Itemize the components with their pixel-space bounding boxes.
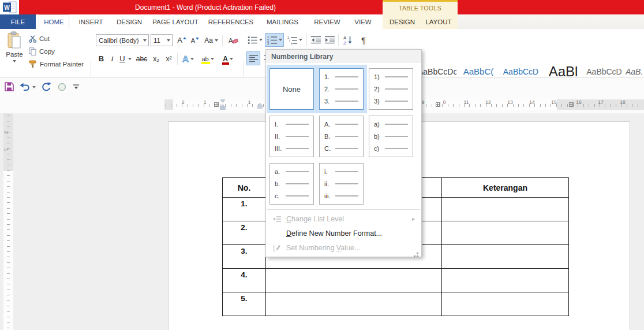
- save-button[interactable]: [5, 82, 14, 91]
- superscript-button[interactable]: x²: [163, 53, 174, 65]
- menu-item-set-numbering-value[interactable]: 1 2 3 Set Numbering Value...: [267, 240, 421, 255]
- ruler-number: 1: [3, 149, 9, 151]
- numbering-option-lower-roman[interactable]: i. ii. iii.: [319, 163, 364, 205]
- paste-button[interactable]: Paste: [1, 31, 28, 76]
- italic-button[interactable]: I: [108, 53, 116, 65]
- numbering-option-lower-alpha-paren[interactable]: a) b) c): [369, 116, 413, 157]
- copy-button[interactable]: Copy: [29, 46, 55, 57]
- align-left-button[interactable]: [246, 51, 260, 65]
- row-number-cell[interactable]: 4.: [223, 269, 266, 292]
- strikethrough-button[interactable]: abc: [134, 53, 149, 65]
- text-effects-button[interactable]: A: [181, 53, 196, 65]
- menu-resize-grip[interactable]: [417, 253, 418, 254]
- customize-qat-button[interactable]: [73, 84, 79, 90]
- left-indent-marker[interactable]: [220, 107, 226, 110]
- menu-item-label: Define New Number Format...: [286, 229, 382, 238]
- ruler-number: 2: [182, 99, 185, 105]
- table-column-marker-icon[interactable]: [214, 102, 219, 107]
- numbering-option-decimal-paren[interactable]: 1) 2) 3): [369, 68, 413, 110]
- cut-button[interactable]: Cut: [29, 34, 50, 44]
- table-cell[interactable]: [442, 292, 569, 316]
- ruler-number: 0: [443, 99, 446, 105]
- redo-button[interactable]: [42, 82, 51, 91]
- highlight-glyph: ab: [201, 55, 208, 62]
- cut-label: Cut: [39, 35, 50, 42]
- row-number-cell[interactable]: 3.: [223, 245, 266, 269]
- menu-item-label: Change List Level: [286, 215, 344, 223]
- table-tools-caption: TABLE TOOLS: [383, 0, 458, 14]
- copy-label: Copy: [39, 48, 55, 55]
- multilevel-list-button[interactable]: 1ia: [286, 33, 304, 47]
- font-name-combo[interactable]: Calibri (Body): [96, 34, 149, 46]
- table-cell[interactable]: [266, 292, 442, 316]
- ruler-number: 16: [576, 99, 581, 105]
- shrink-font-caret-icon: [196, 38, 199, 40]
- underline-dropdown-arrow[interactable]: [127, 53, 132, 65]
- show-formatting-button[interactable]: ¶: [357, 33, 370, 47]
- header-cell-no[interactable]: No.: [223, 178, 266, 198]
- change-case-button[interactable]: Aa: [203, 34, 219, 46]
- first-line-indent-marker[interactable]: [220, 99, 226, 103]
- table-cell[interactable]: [442, 198, 569, 221]
- change-list-level-icon: [271, 216, 283, 223]
- multilevel-dropdown-arrow: [299, 39, 302, 41]
- bold-button[interactable]: B: [96, 53, 106, 65]
- circle-button[interactable]: [58, 83, 66, 91]
- shrink-font-button[interactable]: A: [189, 34, 201, 46]
- grow-font-button[interactable]: A: [175, 34, 188, 46]
- numbering-button[interactable]: 123: [265, 33, 284, 47]
- clear-formatting-button[interactable]: A: [226, 34, 240, 46]
- underline-button[interactable]: U: [118, 53, 126, 65]
- highlight-color-button[interactable]: ab: [199, 53, 216, 65]
- submenu-arrow-icon: ▸: [412, 216, 415, 222]
- row-number-cell[interactable]: 2.: [223, 221, 266, 245]
- tab-table-layout[interactable]: LAYOUT: [422, 14, 455, 29]
- numbering-option-upper-roman[interactable]: I. II. III.: [269, 116, 314, 157]
- undo-button[interactable]: [20, 83, 36, 91]
- tab-file[interactable]: FILE: [0, 14, 36, 29]
- table-column-marker-icon[interactable]: [569, 102, 574, 107]
- numbering-option-decimal-period[interactable]: 1. 2. 3.: [319, 68, 364, 110]
- table-cell[interactable]: [442, 245, 569, 269]
- font-name-value: Calibri (Body): [96, 37, 143, 44]
- row-number-cell[interactable]: 5.: [223, 292, 266, 316]
- table-cell[interactable]: [442, 269, 569, 292]
- change-case-dropdown-arrow: [215, 39, 218, 42]
- numbering-option-upper-alpha[interactable]: A. B. C.: [319, 116, 364, 157]
- svg-text:Z: Z: [343, 40, 346, 45]
- tab-table-design[interactable]: DESIGN: [385, 14, 419, 29]
- cut-scissors-icon: [29, 35, 36, 43]
- tab-references[interactable]: REFERENCES: [204, 14, 257, 29]
- menu-item-change-list-level[interactable]: Change List Level ▸: [267, 212, 421, 226]
- sort-button[interactable]: A Z: [341, 33, 355, 47]
- header-cell-keterangan[interactable]: Keterangan: [442, 178, 569, 198]
- circle-icon: [58, 83, 66, 91]
- subscript-button[interactable]: x₂: [151, 53, 162, 65]
- svg-text:3: 3: [273, 249, 275, 252]
- table-cell[interactable]: [442, 221, 569, 245]
- tab-mailings[interactable]: MAILINGS: [260, 14, 305, 29]
- highlight-color-bar: [201, 62, 210, 64]
- table-cell[interactable]: [266, 269, 442, 292]
- increase-indent-button[interactable]: [323, 33, 336, 47]
- paste-label: Paste: [6, 51, 23, 58]
- bullets-button[interactable]: [246, 33, 264, 47]
- table-column-marker-icon[interactable]: [436, 102, 440, 107]
- ruler-number: 11: [464, 99, 469, 105]
- tab-review[interactable]: REVIEW: [308, 14, 346, 29]
- tab-view[interactable]: VIEW: [349, 14, 377, 29]
- tab-design[interactable]: DESIGN: [112, 14, 147, 29]
- row-number-cell[interactable]: 1.: [223, 198, 266, 221]
- font-color-button[interactable]: A: [220, 53, 236, 65]
- decrease-indent-button[interactable]: [309, 33, 322, 47]
- numbering-option-lower-alpha[interactable]: a. b. c.: [269, 163, 314, 205]
- ruler-number: 9: [422, 99, 425, 105]
- ruler-number: 15: [551, 99, 556, 105]
- tab-home[interactable]: HOME: [39, 14, 69, 29]
- tab-insert[interactable]: INSERT: [73, 14, 108, 29]
- menu-item-define-new-number-format[interactable]: Define New Number Format...: [267, 226, 421, 240]
- font-size-combo[interactable]: 11: [151, 34, 173, 46]
- tab-page-layout[interactable]: PAGE LAYOUT: [149, 14, 201, 29]
- numbering-option-none[interactable]: None: [269, 68, 314, 110]
- format-painter-button[interactable]: Format Painter: [29, 59, 84, 69]
